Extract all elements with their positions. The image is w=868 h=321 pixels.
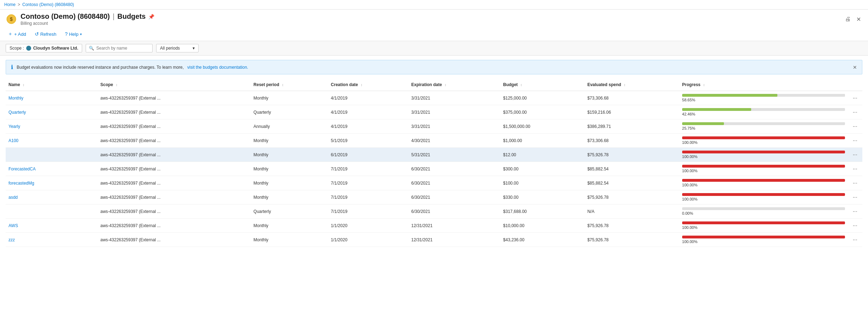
pin-icon[interactable]: 📌 bbox=[148, 14, 154, 19]
row-actions-button[interactable]: ··· bbox=[851, 236, 860, 244]
row-name-link[interactable]: forecastedMg bbox=[8, 181, 34, 186]
cell-name: asdd bbox=[6, 190, 98, 204]
scope-prefix: Scope : bbox=[10, 46, 24, 51]
cell-progress: 100.00% bbox=[679, 148, 848, 162]
refresh-icon: ↺ bbox=[35, 31, 39, 37]
cell-reset: Annually bbox=[251, 119, 328, 134]
row-actions-button[interactable]: ··· bbox=[851, 222, 860, 230]
cell-scope: aws-432263259397 (External ... bbox=[98, 190, 251, 204]
progress-label: 100.00% bbox=[682, 154, 845, 159]
cell-expiry: 6/30/2021 bbox=[409, 190, 501, 204]
add-button[interactable]: ＋ + Add bbox=[6, 29, 28, 39]
row-name-link[interactable]: A100 bbox=[8, 138, 18, 143]
budgets-table: Name ↕ Scope ↕ Reset period ↕ Creation d… bbox=[6, 79, 862, 247]
cell-expiry: 6/30/2021 bbox=[409, 176, 501, 190]
table-row[interactable]: A100 aws-432263259397 (External ... Mont… bbox=[6, 134, 862, 148]
row-actions-button[interactable]: ··· bbox=[851, 123, 860, 130]
cell-creation: 4/1/2019 bbox=[328, 105, 409, 119]
cell-creation: 4/1/2019 bbox=[328, 119, 409, 134]
scope-value[interactable]: Cloudyn Software Ltd. bbox=[33, 46, 78, 51]
info-link[interactable]: visit the budgets documentation. bbox=[187, 65, 248, 70]
row-name-link[interactable]: Monthly bbox=[8, 96, 23, 101]
table-row[interactable]: Yearly aws-432263259397 (External ... An… bbox=[6, 119, 862, 134]
row-name-link[interactable]: Quarterly bbox=[8, 110, 26, 115]
progress-bar-fill bbox=[682, 136, 845, 139]
progress-bar-bg bbox=[682, 236, 845, 238]
table-row[interactable]: zzz aws-432263259397 (External ... Month… bbox=[6, 233, 862, 247]
cell-progress: 42.46% bbox=[679, 105, 848, 119]
row-name-link[interactable]: AWS bbox=[8, 223, 18, 228]
progress-bar-bg bbox=[682, 94, 845, 97]
progress-bar-bg bbox=[682, 122, 845, 125]
banner-close-button[interactable]: ✕ bbox=[853, 64, 857, 70]
row-actions-button[interactable]: ··· bbox=[851, 108, 860, 116]
progress-bar-bg bbox=[682, 179, 845, 182]
cell-budget: $100.00 bbox=[500, 176, 584, 190]
cell-progress: 100.00% bbox=[679, 190, 848, 204]
close-button[interactable]: ✕ bbox=[855, 15, 862, 24]
cell-reset: Monthly bbox=[251, 190, 328, 204]
table-row[interactable]: Monthly aws-432263259397 (External ... M… bbox=[6, 91, 862, 105]
cell-actions: ··· bbox=[848, 233, 862, 247]
table-row[interactable]: asdd aws-432263259397 (External ... Mont… bbox=[6, 190, 862, 204]
table-row[interactable]: forecastedMg aws-432263259397 (External … bbox=[6, 176, 862, 190]
cell-scope: aws-432263259397 (External ... bbox=[98, 162, 251, 176]
progress-bar-fill bbox=[682, 108, 751, 111]
help-button[interactable]: ? Help ▾ bbox=[63, 30, 84, 38]
sort-budget-icon[interactable]: ↕ bbox=[520, 83, 522, 87]
sort-creation-icon[interactable]: ↕ bbox=[361, 83, 362, 87]
table-row[interactable]: aws-432263259397 (External ... Monthly 6… bbox=[6, 148, 862, 162]
cell-evaluated: $73,306.68 bbox=[584, 91, 679, 105]
row-actions-button[interactable]: ··· bbox=[851, 94, 860, 102]
refresh-button[interactable]: ↺ Refresh bbox=[33, 30, 59, 38]
page-header: $ Contoso (Demo) (8608480) | Budgets 📌 B… bbox=[0, 10, 868, 27]
info-text: Budget evaluations now include reserved … bbox=[17, 65, 184, 70]
col-header-progress: Progress ↕ bbox=[679, 79, 848, 91]
cell-progress: 58.65% bbox=[679, 91, 848, 105]
progress-label: 100.00% bbox=[682, 197, 845, 201]
col-header-creation: Creation date ↕ bbox=[328, 79, 409, 91]
table-row[interactable]: AWS aws-432263259397 (External ... Month… bbox=[6, 219, 862, 233]
period-dropdown[interactable]: All periods ▾ bbox=[156, 44, 199, 52]
col-header-actions bbox=[848, 79, 862, 91]
sort-expiry-icon[interactable]: ↕ bbox=[445, 83, 446, 87]
cell-creation: 7/1/2019 bbox=[328, 176, 409, 190]
progress-bar-fill bbox=[682, 151, 845, 153]
progress-bar-fill bbox=[682, 94, 778, 97]
row-name-link[interactable]: asdd bbox=[8, 195, 18, 200]
col-header-scope: Scope ↕ bbox=[98, 79, 251, 91]
search-box[interactable]: 🔍 bbox=[86, 44, 153, 52]
sort-reset-icon[interactable]: ↕ bbox=[282, 83, 284, 87]
row-name-link[interactable]: zzz bbox=[8, 237, 15, 242]
breadcrumb-home[interactable]: Home bbox=[4, 2, 16, 7]
cell-evaluated: $73,306.68 bbox=[584, 134, 679, 148]
page-title: Contoso (Demo) (8608480) | Budgets 📌 bbox=[21, 12, 840, 21]
cell-evaluated: N/A bbox=[584, 204, 679, 219]
cell-expiry: 6/30/2021 bbox=[409, 204, 501, 219]
row-actions-button[interactable]: ··· bbox=[851, 151, 860, 159]
row-actions-button[interactable]: ··· bbox=[851, 179, 860, 187]
cell-evaluated: $75,926.78 bbox=[584, 190, 679, 204]
row-actions-button[interactable]: ··· bbox=[851, 193, 860, 201]
cell-creation: 7/1/2019 bbox=[328, 162, 409, 176]
cell-expiry: 3/31/2021 bbox=[409, 105, 501, 119]
sort-progress-icon[interactable]: ↕ bbox=[703, 83, 705, 87]
row-actions-button[interactable]: ··· bbox=[851, 208, 860, 215]
row-name-link[interactable]: Yearly bbox=[8, 124, 20, 129]
sort-name-icon[interactable]: ↕ bbox=[23, 83, 24, 87]
table-row[interactable]: Quarterly aws-432263259397 (External ...… bbox=[6, 105, 862, 119]
row-name-link[interactable]: ForecastedCA bbox=[8, 167, 36, 171]
sort-scope-icon[interactable]: ↕ bbox=[116, 83, 118, 87]
table-row[interactable]: aws-432263259397 (External ... Quarterly… bbox=[6, 204, 862, 219]
cell-reset: Monthly bbox=[251, 91, 328, 105]
breadcrumb-current[interactable]: Contoso (Demo) (8608480) bbox=[22, 2, 74, 7]
table-row[interactable]: ForecastedCA aws-432263259397 (External … bbox=[6, 162, 862, 176]
row-actions-button[interactable]: ··· bbox=[851, 137, 860, 145]
breadcrumb: Home > Contoso (Demo) (8608480) bbox=[4, 2, 74, 7]
search-input[interactable] bbox=[96, 46, 149, 51]
sort-evaluated-icon[interactable]: ↕ bbox=[624, 83, 626, 87]
print-button[interactable]: 🖨 bbox=[844, 15, 852, 24]
page-section-text: Budgets bbox=[117, 12, 145, 21]
progress-bar-fill bbox=[682, 236, 845, 238]
row-actions-button[interactable]: ··· bbox=[851, 165, 860, 173]
